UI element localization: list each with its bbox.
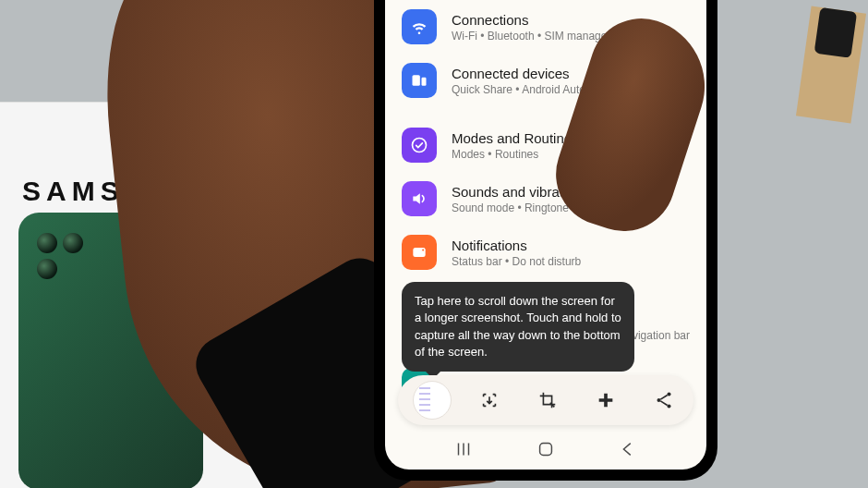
settings-item-modes[interactable]: Modes and Routines Modes • Routines: [402, 118, 690, 172]
svg-rect-9: [540, 444, 552, 456]
phone-frame: Connections Wi-Fi • Bluetooth • SIM mana…: [374, 0, 717, 481]
recents-button[interactable]: [452, 437, 476, 461]
navigation-bar: [385, 429, 706, 470]
svg-rect-1: [422, 78, 427, 86]
share-button[interactable]: [644, 380, 684, 421]
home-button[interactable]: [534, 437, 558, 461]
settings-item-subtitle: Wi-Fi • Bluetooth • SIM manager: [452, 30, 690, 43]
crop-edit-button[interactable]: [527, 380, 568, 421]
settings-item-subtitle-fragment: vigation bar: [633, 329, 690, 342]
box-camera-lens: [37, 233, 57, 253]
settings-item-subtitle: Modes • Routines: [452, 148, 690, 161]
settings-item-title: Modes and Routines: [452, 130, 690, 146]
settings-item-title: Notifications: [452, 238, 690, 253]
box-camera-lens: [37, 259, 57, 279]
settings-item-title: Sounds and vibration: [452, 184, 690, 200]
settings-item-notifications[interactable]: Notifications Status bar • Do not distur…: [402, 226, 690, 279]
svg-point-4: [422, 249, 425, 251]
svg-point-8: [668, 404, 671, 408]
tooltip-text: Tap here to scroll down the screen for a…: [415, 294, 621, 359]
check-circle-icon: [402, 128, 437, 163]
box-phone-render: [18, 213, 203, 488]
phone-screen[interactable]: Connections Wi-Fi • Bluetooth • SIM mana…: [385, 0, 706, 470]
settings-item-connections[interactable]: Connections Wi-Fi • Bluetooth • SIM mana…: [402, 0, 690, 54]
box-camera-lens: [63, 233, 83, 253]
settings-item-subtitle: Sound mode • Ringtone: [452, 201, 690, 214]
scroll-capture-button[interactable]: [469, 380, 510, 421]
settings-item-subtitle: Quick Share • Android Auto: [452, 83, 690, 96]
settings-item-subtitle: Status bar • Do not disturb: [452, 255, 690, 268]
tag-button[interactable]: [585, 380, 626, 421]
settings-item-sounds[interactable]: Sounds and vibration Sound mode • Ringto…: [402, 172, 690, 226]
back-button[interactable]: [616, 437, 640, 461]
samsung-logo: SAMSUNG: [22, 176, 202, 207]
scroll-capture-tooltip: Tap here to scroll down the screen for a…: [402, 282, 634, 372]
svg-point-6: [668, 393, 671, 396]
devices-icon: [402, 63, 437, 98]
svg-rect-0: [413, 75, 420, 86]
speaker-icon: [402, 181, 437, 216]
settings-item-connected-devices[interactable]: Connected devices Quick Share • Android …: [402, 54, 690, 107]
screenshot-thumbnail[interactable]: [413, 381, 452, 420]
settings-item-title: Connected devices: [452, 66, 690, 81]
settings-item-title: Connections: [452, 12, 690, 28]
wifi-icon: [402, 9, 437, 44]
notification-icon: [402, 235, 437, 270]
background-object: [796, 6, 866, 123]
svg-point-2: [413, 139, 427, 152]
svg-point-7: [657, 398, 661, 402]
screenshot-toolbar: [398, 375, 693, 425]
